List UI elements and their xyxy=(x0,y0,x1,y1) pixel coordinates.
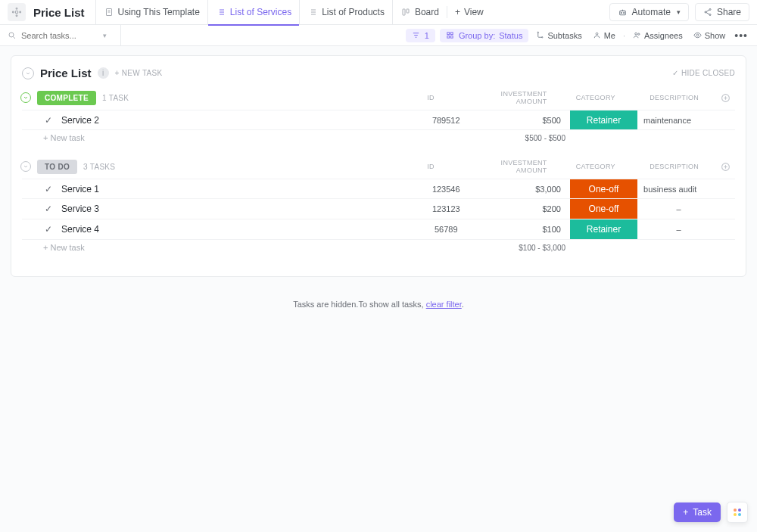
tab-label: Using This Template xyxy=(118,7,200,17)
cell-category[interactable]: One-off xyxy=(570,199,637,219)
filter-pill[interactable]: 1 xyxy=(406,29,435,42)
cell-id[interactable]: 123546 xyxy=(413,179,480,198)
cell-description[interactable]: maintenance xyxy=(637,110,720,129)
cell-spacer xyxy=(720,110,735,129)
col-header-description[interactable]: DESCRIPTION xyxy=(635,94,713,101)
svg-point-3 xyxy=(12,11,14,13)
more-menu[interactable]: ••• xyxy=(733,30,749,42)
task-group: COMPLETE 1 TASK ID INVESTMENT AMOUNT CAT… xyxy=(22,90,735,142)
cell-id[interactable]: 56789 xyxy=(413,219,480,239)
new-task-fab[interactable]: + Task xyxy=(674,502,721,522)
people-icon xyxy=(633,31,641,39)
add-column-button[interactable] xyxy=(721,162,735,172)
assignees-button[interactable]: Assignees xyxy=(630,29,686,42)
check-icon[interactable]: ✓ xyxy=(43,204,54,214)
check-icon[interactable]: ✓ xyxy=(43,115,54,126)
automate-button[interactable]: Automate ▾ xyxy=(609,3,689,21)
cell-id[interactable]: 789512 xyxy=(413,110,480,129)
cell-investment[interactable]: $3,000 xyxy=(480,179,570,198)
col-header-category[interactable]: CATEGORY xyxy=(564,163,628,170)
cell-category[interactable]: One-off xyxy=(570,179,637,198)
add-view-label: View xyxy=(464,7,484,17)
svg-rect-17 xyxy=(447,36,450,38)
groupby-pill[interactable]: Group by: Status xyxy=(440,29,529,42)
tab-list-products[interactable]: List of Products xyxy=(299,0,392,25)
share-button[interactable]: Share xyxy=(695,3,749,21)
header-right: Automate ▾ Share xyxy=(609,3,749,21)
chevron-down-icon: ▾ xyxy=(677,8,681,16)
chevron-down-icon[interactable]: ▾ xyxy=(103,32,107,39)
main-area: Price List i + NEW TASK ✓ HIDE CLOSED CO… xyxy=(0,46,757,532)
apps-grid-button[interactable] xyxy=(727,502,748,523)
check-icon[interactable]: ✓ xyxy=(43,224,54,235)
svg-point-12 xyxy=(705,11,706,13)
cell-investment[interactable]: $100 xyxy=(480,219,570,239)
person-icon xyxy=(593,31,601,39)
tab-board[interactable]: Board xyxy=(392,0,447,25)
new-task-top-button[interactable]: + NEW TASK xyxy=(115,69,163,77)
info-icon[interactable]: i xyxy=(98,67,109,79)
task-name[interactable]: Service 1 xyxy=(61,184,99,194)
svg-point-23 xyxy=(638,33,640,35)
cell-description[interactable]: business audit xyxy=(637,179,720,198)
category-tag: Retainer xyxy=(570,110,637,129)
col-header-investment[interactable]: INVESTMENT AMOUNT xyxy=(470,159,556,174)
task-name[interactable]: Service 3 xyxy=(61,204,99,214)
show-label: Show xyxy=(705,31,726,40)
task-row[interactable]: ✓ Service 1 123546 $3,000 One-off busine… xyxy=(22,179,735,199)
col-header-id[interactable]: ID xyxy=(399,163,463,170)
add-column-button[interactable] xyxy=(721,93,735,103)
add-view-button[interactable]: + View xyxy=(447,6,491,18)
tab-list-services[interactable]: List of Services xyxy=(207,0,299,25)
group-collapse-toggle[interactable] xyxy=(20,92,31,103)
svg-point-2 xyxy=(16,15,17,17)
search-input[interactable] xyxy=(21,31,97,40)
check-icon[interactable]: ✓ xyxy=(43,184,54,194)
col-header-id[interactable]: ID xyxy=(399,94,463,101)
task-row[interactable]: ✓ Service 2 789512 $500 Retainer mainten… xyxy=(22,110,735,130)
task-row[interactable]: ✓ Service 4 56789 $100 Retainer – xyxy=(22,219,735,240)
view-tabs: Using This Template List of Services Lis… xyxy=(95,0,491,25)
task-row[interactable]: ✓ Service 3 123123 $200 One-off – xyxy=(22,199,735,219)
category-tag: One-off xyxy=(570,199,637,219)
cell-category[interactable]: Retainer xyxy=(570,110,637,129)
cell-id[interactable]: 123123 xyxy=(413,199,480,219)
subtasks-button[interactable]: Subtasks xyxy=(533,29,584,42)
new-task-button[interactable]: + New task xyxy=(43,243,416,252)
cell-description[interactable]: – xyxy=(637,219,720,239)
status-badge[interactable]: COMPLETE xyxy=(37,91,96,105)
cell-investment[interactable]: $200 xyxy=(480,199,570,219)
header-bar: Price List Using This Template List of S… xyxy=(0,0,757,25)
category-tag: Retainer xyxy=(570,219,637,239)
svg-point-21 xyxy=(596,33,598,35)
page-title: Price List xyxy=(33,6,85,19)
cell-category[interactable]: Retainer xyxy=(570,219,637,239)
new-task-button[interactable]: + New task xyxy=(43,133,416,142)
svg-point-13 xyxy=(709,14,711,16)
group-collapse-toggle[interactable] xyxy=(20,161,31,172)
list-collapse-toggle[interactable] xyxy=(22,67,34,79)
svg-point-11 xyxy=(709,9,711,11)
cell-description[interactable]: – xyxy=(637,199,720,219)
hide-closed-label: HIDE CLOSED xyxy=(681,69,735,77)
workspace-icon[interactable] xyxy=(8,3,26,21)
task-name[interactable]: Service 2 xyxy=(61,115,99,126)
me-button[interactable]: Me xyxy=(590,29,618,42)
clear-filter-link[interactable]: clear filter xyxy=(426,300,462,309)
col-header-investment[interactable]: INVESTMENT AMOUNT xyxy=(470,90,556,105)
status-badge[interactable]: TO DO xyxy=(37,160,77,174)
hide-closed-button[interactable]: ✓ HIDE CLOSED xyxy=(672,69,735,77)
col-header-description[interactable]: DESCRIPTION xyxy=(635,163,713,170)
toolbar-right: 1 Group by: Status Subtasks Me · Assigne… xyxy=(406,29,749,42)
search-wrap: ▾ xyxy=(8,25,121,45)
task-name[interactable]: Service 4 xyxy=(61,224,99,235)
task-count: 3 TASKS xyxy=(83,163,115,171)
svg-rect-6 xyxy=(403,9,405,15)
share-label: Share xyxy=(717,7,741,17)
col-header-category[interactable]: CATEGORY xyxy=(564,94,628,101)
tab-using-template[interactable]: Using This Template xyxy=(95,0,207,25)
svg-point-24 xyxy=(696,34,699,36)
cell-investment[interactable]: $500 xyxy=(480,110,570,129)
svg-rect-18 xyxy=(451,36,453,38)
show-button[interactable]: Show xyxy=(690,29,729,42)
